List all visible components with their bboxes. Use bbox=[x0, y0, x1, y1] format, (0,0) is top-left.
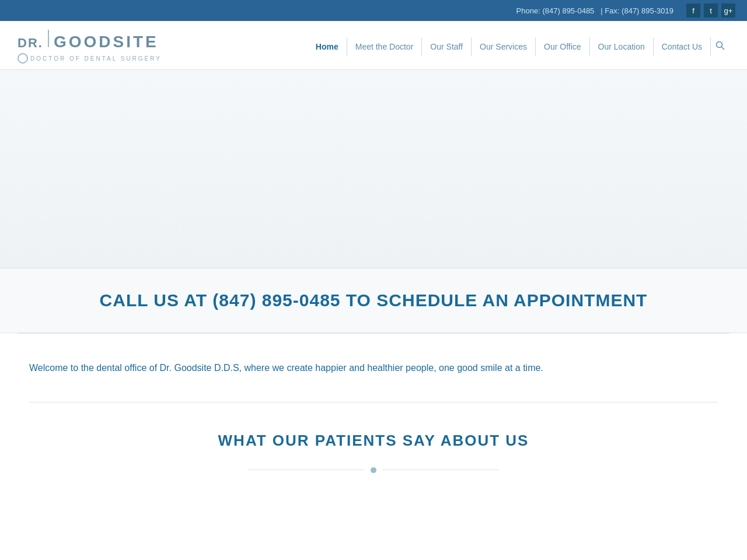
social-icons: f t g+ bbox=[686, 4, 735, 18]
nav-contact-us[interactable]: Contact Us bbox=[654, 37, 711, 56]
nav-our-location[interactable]: Our Location bbox=[590, 37, 654, 56]
logo-name: GOODSITE bbox=[54, 32, 159, 52]
search-button[interactable] bbox=[711, 36, 729, 57]
cta-banner: CALL US AT (847) 895-0485 TO SCHEDULE AN… bbox=[0, 268, 747, 333]
phone-label: Phone: bbox=[516, 6, 540, 15]
facebook-icon[interactable]: f bbox=[686, 4, 700, 18]
logo[interactable]: DR. GOODSITE DOCTOR OF DENTAL SURGERY bbox=[18, 30, 162, 64]
nav-meet-doctor[interactable]: Meet the Doctor bbox=[347, 37, 423, 56]
fax-number: (847) 895-3019 bbox=[622, 6, 673, 15]
testimonials-heading: WHAT OUR PATIENTS SAY ABOUT US bbox=[18, 432, 729, 450]
cta-text: CALL US AT (847) 895-0485 TO SCHEDULE AN… bbox=[18, 290, 729, 310]
phone-info: Phone: (847) 895-0485 | Fax: (847) 895-3… bbox=[516, 6, 673, 15]
hero-image bbox=[0, 70, 747, 268]
welcome-text: Welcome to the dental office of Dr. Good… bbox=[29, 360, 718, 376]
testimonial-line-right bbox=[382, 470, 499, 470]
nav-our-services[interactable]: Our Services bbox=[472, 37, 536, 56]
svg-line-1 bbox=[722, 47, 725, 50]
logo-dr: DR. bbox=[18, 36, 43, 51]
svg-point-0 bbox=[717, 41, 722, 47]
testimonials-section: WHAT OUR PATIENTS SAY ABOUT US bbox=[0, 402, 747, 496]
testimonial-dot bbox=[371, 467, 376, 473]
nav-home[interactable]: Home bbox=[308, 37, 347, 56]
nav-our-office[interactable]: Our Office bbox=[536, 37, 590, 56]
logo-subtitle: DOCTOR OF DENTAL SURGERY bbox=[30, 55, 162, 62]
top-bar: Phone: (847) 895-0485 | Fax: (847) 895-3… bbox=[0, 0, 747, 21]
header: DR. GOODSITE DOCTOR OF DENTAL SURGERY Ho… bbox=[0, 21, 747, 70]
welcome-section: Welcome to the dental office of Dr. Good… bbox=[0, 334, 747, 402]
nav-our-staff[interactable]: Our Staff bbox=[422, 37, 472, 56]
googleplus-icon[interactable]: g+ bbox=[721, 4, 735, 18]
phone-number: (847) 895-0485 bbox=[542, 6, 594, 15]
logo-text: DR. GOODSITE DOCTOR OF DENTAL SURGERY bbox=[18, 30, 162, 64]
testimonial-line bbox=[18, 467, 729, 473]
main-nav: Home Meet the Doctor Our Staff Our Servi… bbox=[308, 36, 729, 57]
twitter-icon[interactable]: t bbox=[704, 4, 718, 18]
fax-label: | Fax: bbox=[601, 6, 619, 15]
testimonial-line-left bbox=[248, 470, 365, 470]
